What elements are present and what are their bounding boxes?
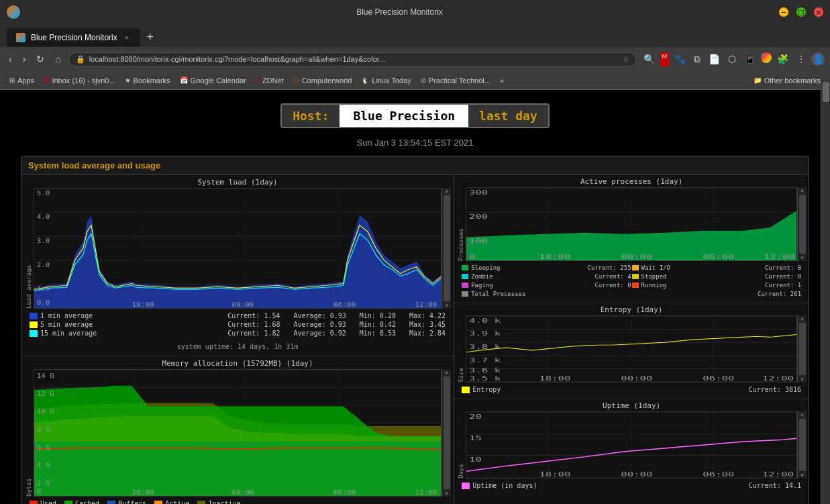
svg-text:00:00: 00:00 (621, 254, 652, 260)
uptime-y-axis-label: Days (456, 411, 466, 478)
entropy-chart-container: 4.0 k 3.9 k 3.8 k 3.7 k 3.6 k 3.5 k 18:0… (466, 315, 797, 383)
svg-text:8 G: 8 G (37, 426, 50, 433)
legend-max-5min: Max: 3.45 (409, 321, 446, 328)
entropy-chart-box: Entropy (1day) Size (454, 303, 809, 399)
folder-icon: 📁 (754, 77, 762, 84)
bookmark-zdnet[interactable]: Z ZDNet (252, 75, 288, 86)
refresh-button[interactable]: ↻ (33, 52, 48, 66)
search-icon[interactable]: 🔍 (641, 52, 658, 66)
extension-icon2[interactable]: 📄 (706, 52, 723, 66)
uptime-scrollbar[interactable]: ▲ ▼ (797, 411, 807, 478)
page-scroll-thumb[interactable] (823, 82, 829, 102)
url-bar[interactable]: 🔒 localhost:8080/monitorix-cgi/monitorix… (68, 52, 637, 66)
uptime-chart-svg: 20 15 10 18:00 00:00 06:00 12:00 (466, 411, 797, 478)
uptime-scroll-down: ▼ (800, 472, 805, 478)
section-container: System load average and usage System loa… (21, 156, 809, 504)
tab-favicon (16, 33, 25, 42)
memory-scroll-thumb (444, 376, 450, 489)
memory-legend: Used Cached Buffers Active (24, 497, 451, 504)
svg-text:00:00: 00:00 (232, 301, 254, 308)
legend-min-5min: Min: 0.42 (360, 321, 396, 328)
load-chart-scrollbar[interactable]: ▲ ▼ (442, 188, 451, 309)
entropy-scrollbar[interactable]: ▲ ▼ (797, 315, 807, 383)
gmail-bookmark-icon: M (44, 77, 49, 84)
extensions-icon[interactable]: 🧩 (774, 52, 791, 66)
new-tab-button[interactable]: + (142, 28, 160, 47)
legend-color-wait (632, 265, 639, 270)
lock-icon: 🔒 (76, 55, 85, 64)
legend-current-running: Current: 1 (765, 282, 801, 289)
minimize-button[interactable]: − (779, 7, 788, 17)
legend-current-wait: Current: 0 (765, 264, 801, 271)
legend-row-5min: 5 min average Current: 1.68 Average: 0.9… (30, 320, 446, 329)
active-proc-title: Active processes (1day) (456, 177, 807, 186)
bookmark-star-icon[interactable]: ☆ (623, 55, 629, 64)
bookmark-more[interactable]: » (496, 75, 508, 86)
system-load-title: System load (1day) (24, 178, 451, 187)
profile-icon[interactable]: 👤 (811, 52, 825, 66)
bookmark-apps-label: Apps (17, 77, 34, 85)
nav-bar: ‹ › ↻ ⌂ 🔒 localhost:8080/monitorix-cgi/m… (0, 47, 830, 71)
scroll-thumb (444, 195, 450, 301)
legend-color-running (632, 283, 639, 288)
bookmark-cw-label: Computerworld (302, 77, 352, 85)
legend-current-total: Current: 261 (758, 291, 801, 297)
chrome-icon[interactable] (761, 52, 772, 63)
bookmark-linux-today[interactable]: 🐧 Linux Today (357, 75, 415, 86)
legend-color-buffers (107, 501, 115, 505)
svg-text:5.0: 5.0 (37, 190, 50, 197)
svg-text:3.8 k: 3.8 k (469, 344, 501, 350)
proc-scrollbar[interactable]: ▲ ▼ (797, 187, 807, 261)
legend-row-15min: 15 min average Current: 1.82 Average: 0.… (30, 329, 446, 338)
close-button[interactable]: × (814, 7, 823, 17)
browser-icon (7, 5, 20, 19)
tab-close-button[interactable]: × (123, 34, 131, 42)
forward-button[interactable]: › (19, 52, 30, 66)
legend-inactive: Inactive (197, 499, 240, 504)
bookmark-cw[interactable]: ⬡ Computerworld (289, 75, 356, 86)
extension-icon3[interactable]: 📱 (741, 52, 758, 66)
svg-text:0: 0 (469, 254, 475, 260)
active-tab[interactable]: Blue Precision Monitorix × (7, 28, 140, 47)
legend-color-active (154, 501, 162, 505)
menu-icon[interactable]: ⋮ (794, 52, 809, 66)
maximize-button[interactable]: □ (796, 7, 806, 17)
svg-text:4.0 k: 4.0 k (469, 317, 501, 323)
legend-wait: Wait I/O Current: 0 (632, 264, 801, 272)
bookmark-other[interactable]: 📁 Other bookmarks (749, 75, 825, 86)
gmail-icon[interactable]: M (660, 52, 670, 66)
entropy-y-axis-label: Size (456, 315, 466, 383)
host-header: Host: Blue Precision last day (0, 90, 830, 134)
load-y-axis-label: Load average (24, 188, 34, 309)
svg-text:06:00: 06:00 (703, 375, 734, 381)
bookmark-gcal[interactable]: 📅 Google Calendar (176, 75, 250, 86)
entropy-with-axis: Size (456, 315, 807, 383)
bookmark-apps[interactable]: ⊞ Apps (5, 75, 38, 86)
svg-text:18:00: 18:00 (539, 375, 570, 381)
bookmark-inbox[interactable]: M Inbox (16) - sjvn0... (40, 75, 119, 86)
svg-text:4 G: 4 G (37, 462, 50, 468)
legend-label-total: Total Processes (471, 291, 755, 297)
legend-avg-5min: Average: 0.93 (293, 321, 346, 328)
window-controls: − □ × (779, 7, 823, 17)
extension-icon1[interactable]: 🐾 (672, 52, 688, 66)
memory-chart-scrollbar[interactable]: ▲ ▼ (442, 369, 451, 497)
pocket-icon[interactable]: ⬡ (725, 52, 739, 66)
section-title: System load average and usage (21, 156, 809, 175)
legend-label-inactive: Inactive (208, 500, 240, 504)
page-scrollbar[interactable] (821, 81, 830, 504)
cw-icon: ⬡ (293, 77, 299, 84)
back-button[interactable]: ‹ (5, 52, 15, 66)
legend-label-1min: 1 min average (40, 312, 225, 319)
bookmark-practical[interactable]: ⊙ Practical Technol... (417, 75, 495, 86)
home-button[interactable]: ⌂ (52, 52, 64, 66)
page-content: Host: Blue Precision last day Sun Jan 3 … (0, 90, 830, 504)
memory-scroll-up: ▲ (444, 369, 450, 375)
bookmark-bookmarks[interactable]: ★ Bookmarks (121, 75, 174, 86)
svg-text:200: 200 (469, 214, 488, 220)
copy-icon[interactable]: ⧉ (691, 52, 703, 66)
svg-text:2 G: 2 G (37, 480, 50, 487)
legend-total-proc: Total Processes Current: 261 (462, 290, 801, 298)
legend-current-paging: Current: 0 (594, 282, 631, 289)
bookmarks-bar: ⊞ Apps M Inbox (16) - sjvn0... ★ Bookmar… (0, 71, 830, 90)
